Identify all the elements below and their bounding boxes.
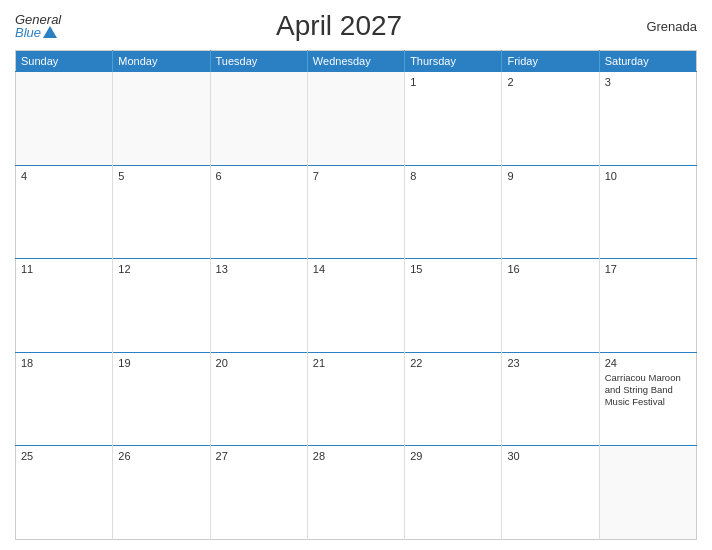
calendar-cell: 6: [210, 165, 307, 259]
day-number: 19: [118, 357, 204, 369]
calendar-cell: 30: [502, 446, 599, 540]
day-number: 15: [410, 263, 496, 275]
day-number: 12: [118, 263, 204, 275]
col-sunday: Sunday: [16, 51, 113, 72]
calendar-cell: [113, 72, 210, 166]
calendar-table: Sunday Monday Tuesday Wednesday Thursday…: [15, 50, 697, 540]
calendar-cell: 7: [307, 165, 404, 259]
calendar-cell: 17: [599, 259, 696, 353]
day-number: 23: [507, 357, 593, 369]
calendar-cell: 21: [307, 352, 404, 446]
calendar-cell: 9: [502, 165, 599, 259]
day-number: 14: [313, 263, 399, 275]
days-of-week-row: Sunday Monday Tuesday Wednesday Thursday…: [16, 51, 697, 72]
calendar-cell: 11: [16, 259, 113, 353]
day-number: 9: [507, 170, 593, 182]
calendar-week-row: 123: [16, 72, 697, 166]
calendar-cell: 2: [502, 72, 599, 166]
logo: General Blue: [15, 13, 61, 39]
day-number: 22: [410, 357, 496, 369]
day-number: 24: [605, 357, 691, 369]
calendar-cell: 5: [113, 165, 210, 259]
day-number: 18: [21, 357, 107, 369]
calendar-cell: 16: [502, 259, 599, 353]
day-number: 16: [507, 263, 593, 275]
calendar-cell: 15: [405, 259, 502, 353]
day-number: 27: [216, 450, 302, 462]
day-number: 7: [313, 170, 399, 182]
day-number: 2: [507, 76, 593, 88]
day-number: 13: [216, 263, 302, 275]
calendar-cell: 22: [405, 352, 502, 446]
calendar-cell: 1: [405, 72, 502, 166]
calendar-cell: 13: [210, 259, 307, 353]
day-number: 8: [410, 170, 496, 182]
calendar-cell: 10: [599, 165, 696, 259]
calendar-header: Sunday Monday Tuesday Wednesday Thursday…: [16, 51, 697, 72]
day-number: 11: [21, 263, 107, 275]
month-title: April 2027: [61, 10, 617, 42]
calendar-week-row: 18192021222324Carriacou Maroon and Strin…: [16, 352, 697, 446]
header: General Blue April 2027 Grenada: [15, 10, 697, 42]
day-number: 3: [605, 76, 691, 88]
day-number: 5: [118, 170, 204, 182]
day-number: 29: [410, 450, 496, 462]
calendar-cell: 3: [599, 72, 696, 166]
calendar-cell: 4: [16, 165, 113, 259]
calendar-week-row: 252627282930: [16, 446, 697, 540]
calendar-cell: 12: [113, 259, 210, 353]
col-wednesday: Wednesday: [307, 51, 404, 72]
calendar-cell: 19: [113, 352, 210, 446]
calendar-cell: 8: [405, 165, 502, 259]
day-number: 25: [21, 450, 107, 462]
calendar-cell: [599, 446, 696, 540]
calendar-cell: 23: [502, 352, 599, 446]
day-number: 20: [216, 357, 302, 369]
day-number: 21: [313, 357, 399, 369]
calendar-cell: [210, 72, 307, 166]
calendar-body: 123456789101112131415161718192021222324C…: [16, 72, 697, 540]
day-number: 1: [410, 76, 496, 88]
calendar-cell: 24Carriacou Maroon and String Band Music…: [599, 352, 696, 446]
col-monday: Monday: [113, 51, 210, 72]
day-number: 10: [605, 170, 691, 182]
day-number: 17: [605, 263, 691, 275]
calendar-cell: 25: [16, 446, 113, 540]
col-friday: Friday: [502, 51, 599, 72]
calendar-cell: 27: [210, 446, 307, 540]
col-thursday: Thursday: [405, 51, 502, 72]
calendar-week-row: 11121314151617: [16, 259, 697, 353]
calendar-cell: 26: [113, 446, 210, 540]
day-number: 26: [118, 450, 204, 462]
logo-triangle-icon: [43, 26, 57, 38]
event-label: Carriacou Maroon and String Band Music F…: [605, 372, 691, 409]
calendar-cell: 14: [307, 259, 404, 353]
calendar-cell: [307, 72, 404, 166]
logo-blue-text: Blue: [15, 26, 61, 39]
page: General Blue April 2027 Grenada Sunday M…: [0, 0, 712, 550]
country-label: Grenada: [617, 19, 697, 34]
day-number: 6: [216, 170, 302, 182]
day-number: 30: [507, 450, 593, 462]
calendar-cell: 20: [210, 352, 307, 446]
calendar-cell: 28: [307, 446, 404, 540]
calendar-cell: [16, 72, 113, 166]
col-saturday: Saturday: [599, 51, 696, 72]
calendar-week-row: 45678910: [16, 165, 697, 259]
col-tuesday: Tuesday: [210, 51, 307, 72]
calendar-cell: 29: [405, 446, 502, 540]
day-number: 4: [21, 170, 107, 182]
day-number: 28: [313, 450, 399, 462]
calendar-cell: 18: [16, 352, 113, 446]
